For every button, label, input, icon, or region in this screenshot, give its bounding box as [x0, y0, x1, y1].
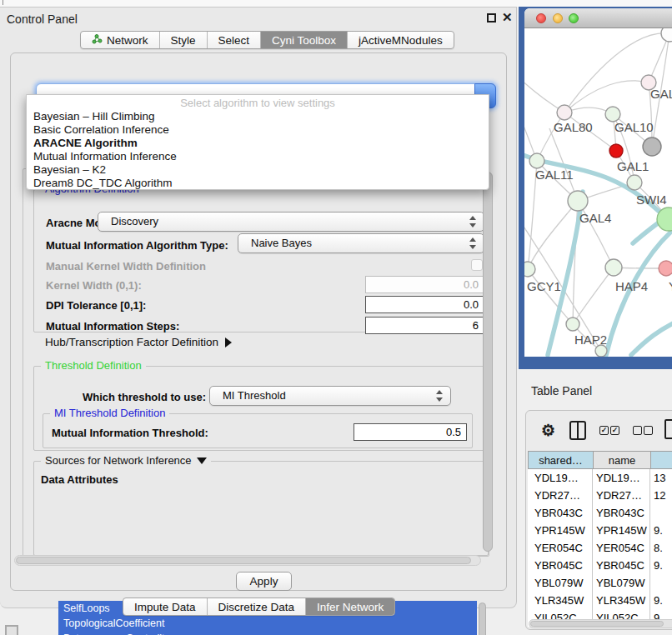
- tab-impute-data[interactable]: Impute Data: [123, 598, 207, 615]
- table-row[interactable]: YLR345WYLR345W9.: [528, 592, 672, 609]
- kernel-width-field[interactable]: 0.0: [365, 276, 484, 293]
- tab-style[interactable]: Style: [159, 32, 207, 48]
- table-row[interactable]: YPR145WYPR145W9.: [528, 522, 672, 539]
- dropdown-item-mutual-information-inference[interactable]: Mutual Information Inference: [27, 150, 489, 163]
- float-window-icon[interactable]: [487, 13, 496, 22]
- apply-button[interactable]: Apply: [236, 572, 292, 591]
- network-edge: [564, 81, 649, 112]
- settings-scrollbar[interactable]: [483, 172, 493, 552]
- network-node-label: GAL4: [579, 211, 611, 225]
- tab-cyni-toolbox[interactable]: Cyni Toolbox: [260, 32, 347, 48]
- network-node-gal1[interactable]: [627, 175, 642, 190]
- checked-checkbox-icon[interactable]: ✓: [610, 426, 619, 435]
- network-node-y[interactable]: [659, 261, 672, 276]
- tab-network[interactable]: Network: [81, 32, 159, 48]
- mi-threshold-definition-title: MI Threshold Definition: [50, 407, 169, 419]
- table-cell: YBL079W: [528, 574, 593, 592]
- combo-stepper-icon: [469, 216, 477, 228]
- column-header-shared[interactable]: shared…: [529, 452, 594, 468]
- tab-discretize-data[interactable]: Discretize Data: [207, 598, 306, 615]
- table-hscroll-thumb[interactable]: [530, 621, 664, 627]
- table-cell: [650, 504, 672, 522]
- column-header-2[interactable]: [651, 452, 672, 468]
- control-panel-tabbar: NetworkStyleSelectCyni ToolboxjActiveMNo…: [80, 31, 454, 49]
- table-row[interactable]: YBR043CYBR043C: [528, 504, 672, 522]
- aracne-mode-value: Discovery: [111, 215, 158, 228]
- attribute-item-betweennesscentrality[interactable]: BetweennessCentrality: [58, 631, 477, 635]
- table-cell: YPR145W: [593, 522, 650, 539]
- tab-infer-network[interactable]: Infer Network: [305, 598, 394, 615]
- control-panel: Control Panel ✕ NetworkStyleSelectCyni T…: [0, 7, 517, 608]
- mi-steps-field[interactable]: 6: [365, 317, 484, 334]
- mi-type-combo[interactable]: Naive Bayes: [238, 233, 484, 253]
- aracne-mode-combo[interactable]: Discovery: [98, 212, 484, 232]
- table-cell: 9.: [650, 522, 672, 539]
- table-row[interactable]: YBR045CYBR045C9.: [528, 557, 672, 574]
- mac-zoom-icon[interactable]: [569, 13, 579, 23]
- table-row[interactable]: YDR27…YDR27…12: [528, 487, 672, 504]
- network-canvas[interactable]: GALGAL80GAL10GAL1GAL11SWI4GAL4GCY1HAP4YH…: [524, 28, 672, 357]
- network-node-hap2[interactable]: [566, 318, 579, 331]
- combo-stepper-icon: [469, 238, 477, 249]
- network-node-hap4[interactable]: [605, 259, 622, 276]
- table-row[interactable]: YBL079WYBL079W: [528, 574, 672, 592]
- dropdown-item-dream8-dc-tdc-algorithm[interactable]: Dream8 DC_TDC Algorithm: [27, 177, 489, 190]
- settings-hscroll-thumb[interactable]: [16, 557, 471, 564]
- sources-group-title[interactable]: Sources for Network Inference: [41, 454, 211, 467]
- network-window-titlebar[interactable]: [524, 8, 672, 28]
- table-cell: 9.: [650, 592, 672, 609]
- tab-select[interactable]: Select: [207, 32, 261, 48]
- mac-minimize-icon[interactable]: [553, 13, 563, 23]
- tab-jactivemnodules[interactable]: jActiveMNodules: [347, 32, 454, 48]
- network-node-label: GAL: [650, 87, 672, 101]
- collapsed-panel-chip[interactable]: [5, 625, 18, 635]
- network-node[interactable]: [609, 144, 623, 158]
- table-cell: 12: [650, 487, 672, 504]
- network-window-frame: GALGAL80GAL10GAL1GAL11SWI4GAL4GCY1HAP4YH…: [519, 7, 672, 369]
- attribute-item-topologicalcoefficient[interactable]: TopologicalCoefficient: [58, 616, 477, 631]
- document-icon[interactable]: [664, 419, 672, 439]
- table-row[interactable]: YER054CYER054C8.: [528, 539, 672, 557]
- mi-threshold-field[interactable]: 0.5: [354, 423, 467, 441]
- network-node[interactable]: [643, 138, 661, 156]
- network-node-gal4[interactable]: [568, 191, 588, 211]
- table-row[interactable]: YDL19…YDL19…13: [528, 469, 672, 487]
- unchecked-checkbox-icon[interactable]: [633, 426, 642, 435]
- close-icon[interactable]: ✕: [502, 10, 513, 25]
- control-panel-title: Control Panel: [7, 12, 78, 26]
- checked-checkbox-icon[interactable]: ✓: [599, 426, 609, 435]
- network-node[interactable]: [661, 28, 672, 42]
- table-header-row: shared…name: [528, 451, 672, 469]
- network-node[interactable]: [595, 345, 607, 357]
- cyni-algorithm-settings-group: Cyni Algorithm Settings Algorithm Defini…: [23, 168, 489, 557]
- unchecked-checkbox-icon[interactable]: [644, 426, 653, 435]
- node-table: shared…name YDL19…YDL19…13YDR27…YDR27…12…: [528, 451, 672, 627]
- dropdown-item-aracne-algorithm[interactable]: ARACNE Algorithm: [27, 137, 489, 150]
- manual-kernel-label: Manual Kernel Width Definition: [46, 260, 206, 272]
- dpi-tolerance-field[interactable]: 0.0: [365, 296, 484, 313]
- mac-close-icon[interactable]: [536, 13, 546, 23]
- hub-definition-expander[interactable]: Hub/Transcription Factor Definition: [45, 336, 232, 348]
- top-tick: [3, 0, 3, 5]
- dropdown-item-basic-correlation-inference[interactable]: Basic Correlation Inference: [27, 123, 489, 137]
- settings-hscroll-track[interactable]: [14, 555, 481, 566]
- which-threshold-combo[interactable]: MI Threshold: [209, 386, 451, 406]
- network-node-gal80[interactable]: [557, 105, 572, 120]
- attribute-list-scrollbar[interactable]: [479, 602, 486, 635]
- tab-label: jActiveMNodules: [359, 34, 443, 47]
- gear-icon[interactable]: ⚙: [541, 421, 555, 440]
- network-node-gal11[interactable]: [529, 153, 544, 168]
- manual-kernel-checkbox[interactable]: [471, 259, 483, 271]
- mi-type-value: Naive Bayes: [251, 237, 312, 249]
- column-header-name[interactable]: name: [594, 452, 651, 468]
- columns-icon[interactable]: [569, 421, 586, 440]
- network-node-label: GAL1: [617, 159, 649, 173]
- tab-label: Cyni Toolbox: [272, 34, 336, 47]
- table-cell: YLR345W: [528, 592, 593, 609]
- network-node-label: HAP4: [615, 279, 648, 293]
- dropdown-item-bayesian-hill-climbing[interactable]: Bayesian – Hill Climbing: [27, 110, 489, 123]
- network-node-gcy1[interactable]: [524, 262, 535, 277]
- dropdown-item-bayesian-k2[interactable]: Bayesian – K2: [27, 163, 489, 177]
- table-hscroll-track[interactable]: [529, 619, 672, 628]
- network-node-label: GAL80: [554, 120, 593, 134]
